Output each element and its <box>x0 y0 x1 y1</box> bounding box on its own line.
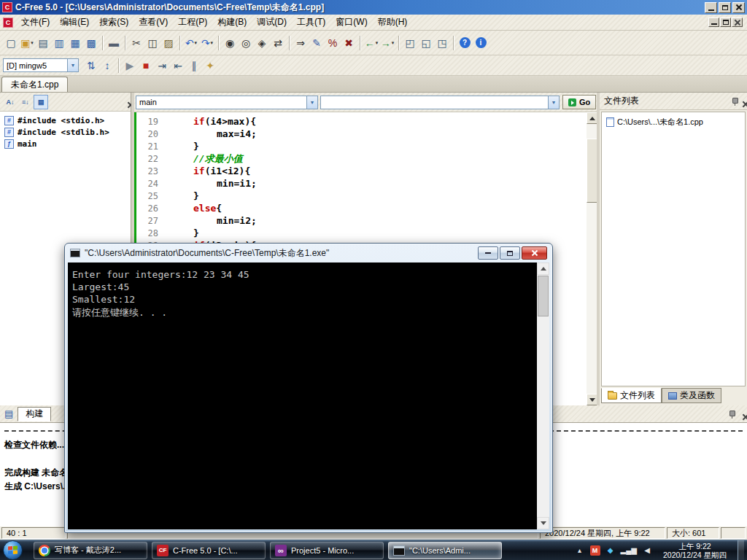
function-combo[interactable]: main ▼ <box>136 96 318 109</box>
pin-icon[interactable] <box>731 97 740 106</box>
run-button[interactable]: ▶ <box>122 57 138 74</box>
show-desktop-button[interactable] <box>738 540 744 560</box>
dropdown-caret-icon[interactable]: ▾ <box>195 40 198 46</box>
music-icon[interactable]: M <box>590 545 600 556</box>
about-button[interactable]: i <box>473 34 489 52</box>
taskbar-button-chrome[interactable]: 写博客 - 戴志涛2... <box>34 542 147 559</box>
code-line-21[interactable]: 21} <box>136 140 598 152</box>
code-line-26[interactable]: 26else{ <box>136 202 598 214</box>
console-minimize-button[interactable] <box>478 246 498 260</box>
search-combo[interactable]: ▼ <box>320 96 560 109</box>
taskbar-button-vs[interactable]: ∞Project5 - Micro... <box>270 542 384 559</box>
reopen-button[interactable]: ▤ <box>35 34 51 52</box>
symbol-item-function[interactable]: ƒmain <box>0 138 131 149</box>
close-button[interactable] <box>732 2 745 13</box>
taskbar-clock[interactable]: 上午 9:22 2020/12/24 星期四 <box>663 542 727 559</box>
minimize-button[interactable] <box>705 2 717 13</box>
cut-button[interactable]: ✂ <box>128 34 144 52</box>
compile-button[interactable]: ✎ <box>309 34 325 52</box>
menu-item-2[interactable]: 编辑(E) <box>55 14 94 31</box>
new-file-button[interactable]: ▢ <box>3 34 19 52</box>
config-down-button[interactable]: ↕ <box>99 57 115 74</box>
dropdown-caret-icon[interactable]: ▾ <box>31 40 34 46</box>
save-button[interactable]: ▥ <box>51 34 67 52</box>
dropdown-caret-icon[interactable]: ▾ <box>376 40 379 46</box>
tile-windows-button[interactable]: ◱ <box>418 34 434 52</box>
console-title-bar[interactable]: "C:\Users\Administrator\Documents\C-Free… <box>65 244 552 262</box>
find-button[interactable]: ◉ <box>222 34 238 52</box>
mdi-restore-button[interactable] <box>720 18 731 27</box>
file-list-item[interactable]: C:\Users\...\未命名1.cpp <box>605 117 742 128</box>
mdi-minimize-button[interactable] <box>708 18 719 27</box>
dropdown-caret-icon[interactable]: ▾ <box>211 40 214 46</box>
nav-back-button[interactable]: ←▾ <box>363 34 379 52</box>
network-icon[interactable]: ▂▄▆ <box>621 545 637 556</box>
code-line-24[interactable]: 24min=i1; <box>136 177 598 190</box>
code-line-20[interactable]: 20max=i4; <box>136 128 598 140</box>
menu-item-6[interactable]: 构建(B) <box>212 14 252 31</box>
replace-button[interactable]: ⇄ <box>270 34 286 52</box>
menu-item-4[interactable]: 查看(V) <box>133 14 173 31</box>
mdi-close-button[interactable] <box>732 18 743 27</box>
code-line-19[interactable]: 19if(i4>max){ <box>136 115 598 128</box>
undo-button[interactable]: ↶▾ <box>183 34 199 52</box>
print-button[interactable]: ▬ <box>106 34 122 52</box>
step-into-button[interactable]: ⇤ <box>170 57 186 74</box>
build-config-combo[interactable]: [D] mingw5 ▼ <box>3 58 79 72</box>
menu-item-7[interactable]: 调试(D) <box>252 14 292 31</box>
taskbar-button-cfree[interactable]: CFC-Free 5.0 - [C:\... <box>152 542 266 559</box>
dropdown-caret-icon[interactable]: ▾ <box>392 40 395 46</box>
step-over-button[interactable]: ⇥ <box>154 57 170 74</box>
start-button[interactable] <box>3 540 23 560</box>
menu-item-5[interactable]: 工程(P) <box>173 14 212 31</box>
document-tab[interactable]: 未命名1.cpp <box>1 77 68 92</box>
sort-alpha-icon[interactable]: A↓ <box>3 95 18 109</box>
im-icon[interactable]: ◆ <box>605 545 616 556</box>
console-scrollbar[interactable] <box>537 262 549 529</box>
scrollbar-thumb[interactable] <box>538 276 549 316</box>
code-line-22[interactable]: 22//求最小值 <box>136 152 598 165</box>
symbol-item-include[interactable]: ##include <stdio.h> <box>0 114 131 126</box>
new-window-button[interactable]: ◰ <box>402 34 418 52</box>
console-maximize-button[interactable] <box>500 246 520 260</box>
tab-file-list[interactable]: 文件列表 <box>601 388 662 403</box>
scroll-down-button[interactable] <box>537 517 549 529</box>
volume-icon[interactable]: ◀ <box>642 545 652 556</box>
menu-item-8[interactable]: 工具(T) <box>292 14 330 31</box>
config-up-button[interactable]: ⇅ <box>83 57 99 74</box>
code-line-25[interactable]: 25} <box>136 190 598 202</box>
pin-icon[interactable] <box>728 410 737 419</box>
cascade-windows-button[interactable]: ◳ <box>434 34 450 52</box>
save-as-button[interactable]: ▦ <box>67 34 83 52</box>
symbol-item-include[interactable]: ##include <stdlib.h> <box>0 126 131 138</box>
code-line-28[interactable]: 28} <box>136 227 598 239</box>
combo-arrow-icon[interactable]: ▼ <box>548 96 559 109</box>
maximize-button[interactable] <box>719 2 731 13</box>
console-window[interactable]: "C:\Users\Administrator\Documents\C-Free… <box>64 243 553 533</box>
combo-arrow-icon[interactable]: ▼ <box>67 59 78 71</box>
code-line-27[interactable]: 27min=i2; <box>136 214 598 227</box>
goto-button[interactable]: ⇒ <box>293 34 309 52</box>
tab-build[interactable]: 构建 <box>18 407 51 421</box>
nav-forward-button[interactable]: →▾ <box>379 34 395 52</box>
hidden-icons-icon[interactable]: ▴ <box>575 545 585 556</box>
redo-button[interactable]: ↷▾ <box>199 34 215 52</box>
find-in-files-button[interactable]: ◈ <box>254 34 270 52</box>
save-all-button[interactable]: ▩ <box>83 34 99 52</box>
help-button[interactable]: ? <box>457 34 473 52</box>
menu-item-3[interactable]: 搜索(S) <box>94 14 133 31</box>
hand-button[interactable]: ✦ <box>202 57 218 74</box>
stop-button[interactable]: ■ <box>138 57 154 74</box>
copy-button[interactable]: ◫ <box>144 34 160 52</box>
menu-item-1[interactable]: 文件(F) <box>16 14 55 31</box>
details-view-icon[interactable]: ▤ <box>34 95 48 109</box>
sort-kind-icon[interactable]: ≡↓ <box>18 95 33 109</box>
menu-item-10[interactable]: 帮助(H) <box>373 14 413 31</box>
go-button[interactable]: Go <box>562 95 596 109</box>
open-file-button[interactable]: ▣▾ <box>19 34 35 52</box>
find-next-button[interactable]: ◎ <box>238 34 254 52</box>
code-line-23[interactable]: 23if(i1<i2){ <box>136 165 598 177</box>
menu-item-9[interactable]: 窗口(W) <box>330 14 372 31</box>
console-output[interactable]: Enter four integers:12 23 34 45Largest:4… <box>68 262 549 529</box>
taskbar-button-console[interactable]: "C:\Users\Admi... <box>388 542 502 559</box>
